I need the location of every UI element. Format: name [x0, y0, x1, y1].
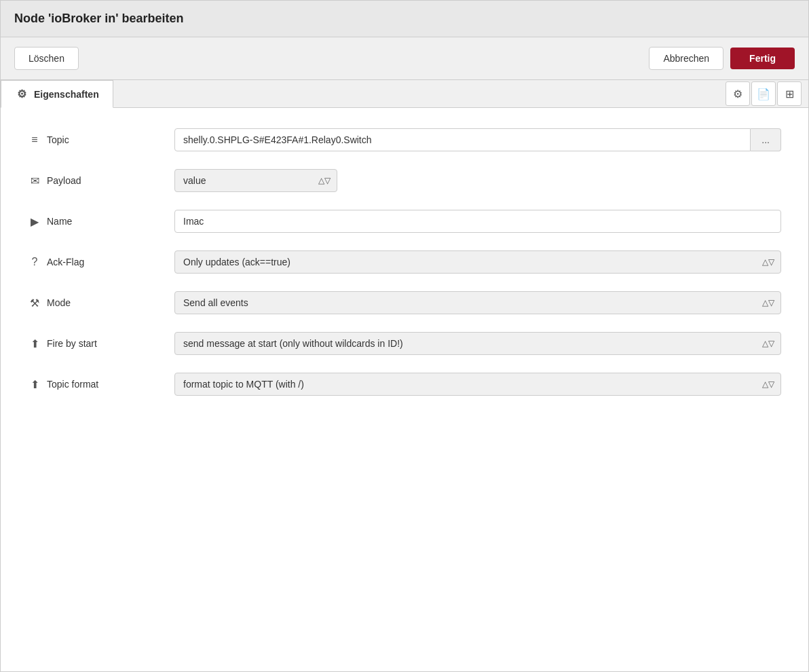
- mode-row: ⚒ Mode Send all events Send only changes…: [28, 291, 781, 314]
- mode-icon: ⚒: [28, 297, 41, 310]
- ackflag-label: Ack-Flag: [47, 257, 84, 267]
- tab-properties[interactable]: ⚙ Eigenschaften: [1, 80, 113, 108]
- tab-bar: ⚙ Eigenschaften ⚙ 📄 ⊞: [1, 80, 808, 108]
- firebystart-select-wrapper: send message at start (only without wild…: [174, 332, 781, 355]
- mode-label: Mode: [47, 297, 71, 308]
- main-window: Node 'ioBroker in' bearbeiten Löschen Ab…: [0, 0, 809, 672]
- firebystart-row: ⬆ Fire by start send message at start (o…: [28, 332, 781, 355]
- properties-content: ≡ Topic ... ✉ Payload value state json t…: [1, 108, 808, 671]
- mode-select-wrapper: Send all events Send only changes Send R…: [174, 291, 781, 314]
- mode-label-group: ⚒ Mode: [28, 297, 164, 310]
- topicformat-row: ⬆ Topic format format topic to MQTT (wit…: [28, 373, 781, 396]
- topic-row: ≡ Topic ...: [28, 128, 781, 151]
- topicformat-icon: ⬆: [28, 378, 41, 391]
- title-bar: Node 'ioBroker in' bearbeiten: [1, 1, 808, 37]
- window-title: Node 'ioBroker in' bearbeiten: [14, 12, 795, 26]
- firebystart-icon: ⬆: [28, 337, 41, 350]
- ackflag-row: ? Ack-Flag Only updates (ack==true) All …: [28, 250, 781, 274]
- topicformat-select-wrapper: format topic to MQTT (with /) keep origi…: [174, 373, 781, 396]
- payload-label: Payload: [47, 175, 81, 186]
- payload-label-group: ✉ Payload: [28, 174, 164, 187]
- payload-row: ✉ Payload value state json timestamp △▽: [28, 169, 781, 192]
- tab-properties-label: Eigenschaften: [34, 89, 99, 100]
- firebystart-label: Fire by start: [47, 338, 97, 349]
- settings-icon: ⚙: [733, 88, 742, 100]
- mode-select[interactable]: Send all events Send only changes Send R…: [174, 291, 781, 314]
- firebystart-select[interactable]: send message at start (only without wild…: [174, 332, 781, 355]
- payload-icon: ✉: [28, 174, 41, 187]
- name-input[interactable]: [174, 210, 781, 233]
- topic-input-group: ...: [174, 128, 781, 151]
- gear-tab-icon: ⚙: [15, 88, 29, 100]
- payload-select[interactable]: value state json timestamp: [174, 169, 337, 192]
- cancel-button[interactable]: Abbrechen: [649, 47, 723, 70]
- firebystart-label-group: ⬆ Fire by start: [28, 337, 164, 350]
- topic-label-group: ≡ Topic: [28, 134, 164, 146]
- tab-icon-group: ⚙ 📄 ⊞: [726, 81, 808, 106]
- topic-browse-button[interactable]: ...: [751, 128, 781, 151]
- settings-icon-button[interactable]: ⚙: [726, 81, 750, 106]
- payload-select-wrapper: value state json timestamp △▽: [174, 169, 337, 192]
- topicformat-label: Topic format: [47, 379, 98, 390]
- name-row: ▶ Name: [28, 210, 781, 233]
- ackflag-icon: ?: [28, 256, 41, 268]
- name-label: Name: [47, 216, 72, 227]
- name-icon: ▶: [28, 215, 41, 228]
- ackflag-select[interactable]: Only updates (ack==true) All updates No …: [174, 250, 781, 274]
- topicformat-select[interactable]: format topic to MQTT (with /) keep origi…: [174, 373, 781, 396]
- done-button[interactable]: Fertig: [730, 48, 795, 69]
- frame-icon-button[interactable]: ⊞: [777, 81, 802, 106]
- topic-input[interactable]: [174, 128, 751, 151]
- doc-icon-button[interactable]: 📄: [751, 81, 776, 106]
- topic-label: Topic: [47, 134, 69, 145]
- topicformat-label-group: ⬆ Topic format: [28, 378, 164, 391]
- ackflag-label-group: ? Ack-Flag: [28, 256, 164, 268]
- doc-icon: 📄: [757, 88, 770, 100]
- name-label-group: ▶ Name: [28, 215, 164, 228]
- ackflag-select-wrapper: Only updates (ack==true) All updates No …: [174, 250, 781, 274]
- topic-icon: ≡: [28, 134, 41, 146]
- frame-icon: ⊞: [785, 88, 794, 100]
- toolbar: Löschen Abbrechen Fertig: [1, 37, 808, 80]
- delete-button[interactable]: Löschen: [14, 47, 79, 70]
